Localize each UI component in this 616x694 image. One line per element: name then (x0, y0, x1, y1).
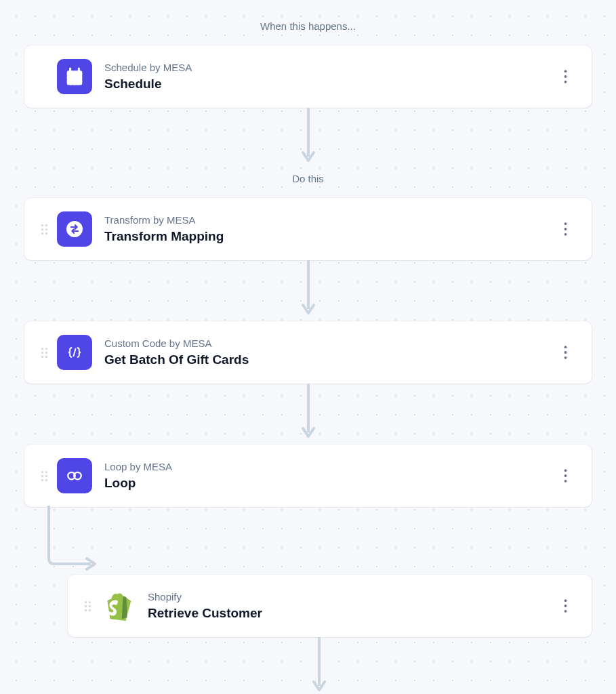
step-subtitle: Schedule by MESA (104, 62, 554, 74)
svg-point-10 (564, 81, 567, 83)
step-card-custom-code[interactable]: Custom Code by MESA Get Batch Of Gift Ca… (24, 321, 592, 384)
svg-point-20 (564, 356, 567, 359)
svg-point-29 (564, 610, 567, 613)
svg-point-18 (564, 346, 567, 348)
svg-point-24 (564, 469, 567, 472)
svg-point-19 (564, 351, 567, 354)
action-section-label: Do this (24, 173, 592, 184)
drag-handle-icon[interactable] (39, 224, 49, 234)
svg-point-27 (564, 599, 567, 602)
shopify-icon (100, 588, 136, 624)
workflow-canvas: When this happens... Schedule by MESA (0, 0, 616, 694)
step-title: Get Batch Of Gift Cards (104, 352, 554, 368)
trigger-section-label: When this happens... (24, 20, 592, 32)
step-text: Schedule by MESA Schedule (104, 62, 554, 92)
drag-handle-icon[interactable] (39, 348, 49, 358)
step-subtitle: Loop by MESA (104, 461, 554, 473)
step-subtitle: Custom Code by MESA (104, 338, 554, 350)
svg-line-17 (74, 349, 76, 356)
svg-point-14 (564, 228, 567, 230)
calendar-icon (57, 59, 92, 94)
drag-handle-icon[interactable] (39, 471, 49, 481)
code-icon (57, 335, 92, 370)
svg-point-13 (564, 222, 567, 225)
step-text: Custom Code by MESA Get Batch Of Gift Ca… (104, 338, 554, 368)
svg-point-26 (564, 480, 567, 483)
svg-point-28 (564, 605, 567, 607)
more-options-button[interactable] (554, 218, 577, 241)
transform-icon (57, 211, 92, 247)
step-subtitle: Shopify (148, 591, 554, 603)
step-title: Transform Mapping (104, 229, 554, 245)
step-title: Schedule (104, 77, 554, 92)
step-text: Loop by MESA Loop (104, 461, 554, 491)
loop-icon (57, 458, 92, 493)
more-options-button[interactable] (554, 464, 577, 487)
connector-branch-icon (24, 507, 592, 575)
connector-arrow-icon (24, 108, 592, 169)
svg-point-25 (564, 474, 567, 477)
drag-handle-icon[interactable] (83, 601, 92, 611)
svg-point-15 (564, 233, 567, 236)
step-subtitle: Transform by MESA (104, 214, 554, 226)
more-options-button[interactable] (554, 341, 577, 364)
step-card-schedule[interactable]: Schedule by MESA Schedule (24, 45, 592, 108)
step-text: Shopify Retrieve Customer (148, 591, 554, 621)
more-options-button[interactable] (554, 65, 577, 88)
more-options-button[interactable] (554, 594, 577, 617)
step-text: Transform by MESA Transform Mapping (104, 214, 554, 245)
step-card-shopify-retrieve[interactable]: Shopify Retrieve Customer (68, 575, 592, 637)
step-title: Loop (104, 476, 554, 491)
step-card-transform[interactable]: Transform by MESA Transform Mapping (24, 198, 592, 260)
step-card-loop[interactable]: Loop by MESA Loop (24, 445, 592, 507)
svg-point-9 (564, 75, 567, 78)
connector-arrow-icon (24, 260, 592, 321)
svg-point-8 (564, 70, 567, 73)
connector-arrow-icon (24, 384, 592, 445)
connector-arrow-icon (46, 637, 592, 694)
step-title: Retrieve Customer (148, 606, 554, 621)
